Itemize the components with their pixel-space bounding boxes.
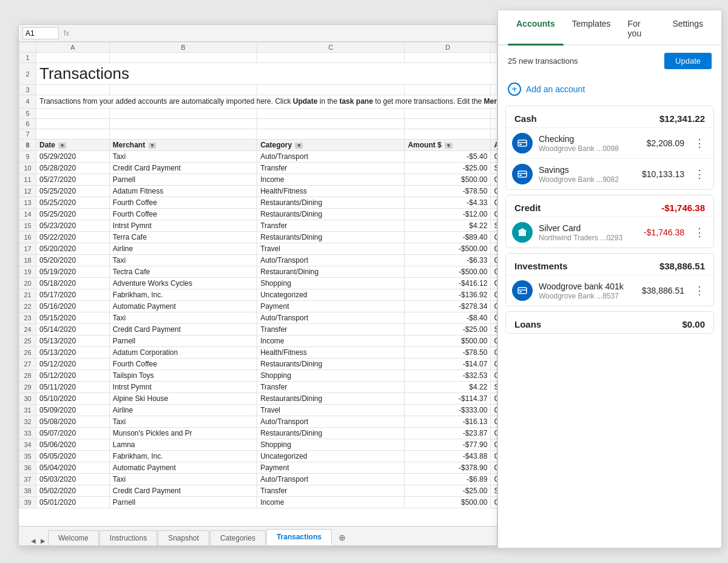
cell-category[interactable]: Restaurants/Dining [257,231,405,243]
tab-settings[interactable]: Settings [664,10,712,44]
tab-accounts[interactable]: Accounts [508,10,564,44]
cell-category[interactable]: Uncategorized [257,450,405,462]
update-button[interactable]: Update [664,53,712,69]
cell-category[interactable]: Auto/Transport [257,254,405,266]
cell-merchant[interactable]: Parnell [109,335,257,346]
tab-transactions[interactable]: Transactions [266,529,332,545]
cell-amount: -$14.07 [405,358,491,369]
cell-merchant[interactable]: Credit Card Payment [109,323,257,335]
cell-category[interactable]: Health/Fitness [257,346,405,358]
cell-category[interactable]: Restaurants/Dining [257,208,405,220]
cell-account-type: Checking [491,150,497,162]
table-row: 1005/28/2020Credit Card PaymentTransfer-… [19,162,497,174]
cell-amount: -$23.87 [405,427,491,439]
cell-category[interactable]: Travel [257,243,405,254]
cell-category[interactable]: Transfer [257,220,405,231]
cell-amount: -$333.00 [405,404,491,416]
cell-category[interactable]: Income [257,335,405,346]
cell-merchant[interactable]: Adatum Corporation [109,346,257,358]
more-options-icon[interactable]: ⋮ [694,169,705,180]
cell-merchant[interactable]: Airline [109,243,257,254]
cell-merchant[interactable]: Alpine Ski House [109,393,257,404]
cell-merchant[interactable]: Intrst Pymnt [109,220,257,231]
cell-merchant[interactable]: Taxi [109,254,257,266]
table-row: 2505/13/2020ParnellIncome$500.00Checking [19,335,497,346]
svg-rect-3 [518,171,527,177]
tab-snapshot[interactable]: Snapshot [158,530,209,545]
cell-merchant[interactable]: Fourth Coffee [109,197,257,208]
cell-category[interactable]: Restaurants/Dining [257,393,405,404]
cell-category[interactable]: Payment [257,462,405,473]
column-header-date[interactable]: Date ▼ [36,139,110,150]
table-row: 3405/06/2020LamnaShopping-$77.90Credit C… [19,439,497,450]
cell-merchant[interactable]: Taxi [109,473,257,485]
cell-merchant[interactable]: Fourth Coffee [109,208,257,220]
cell-category[interactable]: Transfer [257,485,405,496]
cell-category[interactable]: Shopping [257,369,405,381]
cell-category[interactable]: Payment [257,300,405,312]
more-options-icon[interactable]: ⋮ [694,285,705,296]
cell-category[interactable]: Restaurants/Dining [257,358,405,369]
tab-nav-left[interactable]: ◀ [29,536,38,545]
cell-merchant[interactable]: Taxi [109,150,257,162]
account-row: CheckingWoodgrove Bank ...0098$2,208.09⋮ [506,127,713,158]
cell-category[interactable]: Income [257,496,405,508]
cell-category[interactable]: Restaurant/Dining [257,266,405,277]
cell-merchant[interactable]: Adatum Fitness [109,185,257,197]
cell-merchant[interactable]: Tailspin Toys [109,369,257,381]
cell-merchant[interactable]: Fabrikham, Inc. [109,450,257,462]
cell-merchant[interactable]: Lamna [109,439,257,450]
column-header-account-type[interactable]: Account Type ▼ [491,139,497,150]
tab-templates[interactable]: Templates [564,10,619,44]
cell-merchant[interactable]: Fourth Coffee [109,358,257,369]
cell-merchant[interactable]: Tectra Cafe [109,266,257,277]
cell-merchant[interactable]: Automatic Payment [109,300,257,312]
cell-category[interactable]: Health/Fitness [257,185,405,197]
tab-for-you[interactable]: For you [619,10,664,44]
cell-category[interactable]: Transfer [257,381,405,393]
name-box[interactable] [22,27,59,39]
column-header-category[interactable]: Category ▼ [257,139,405,150]
cell-category[interactable]: Travel [257,404,405,416]
cell-merchant[interactable]: Taxi [109,416,257,427]
cell-amount: -$378.90 [405,462,491,473]
cell-category[interactable]: Restaurants/Dining [257,197,405,208]
cell-category[interactable]: Transfer [257,323,405,335]
cell-account-type: Savings [491,323,497,335]
cell-merchant[interactable]: Automatic Payment [109,462,257,473]
cell-category[interactable]: Restaurants/Dining [257,427,405,439]
cell-merchant[interactable]: Airline [109,404,257,416]
tab-nav-right[interactable]: ▶ [38,536,48,545]
cell-merchant[interactable]: Credit Card Payment [109,485,257,496]
tab-categories[interactable]: Categories [210,530,266,545]
cell-category[interactable]: Transfer [257,162,405,174]
cell-merchant[interactable]: Fabrikham, Inc. [109,289,257,300]
cell-date: 05/15/2020 [36,312,110,323]
column-header-amount--[interactable]: Amount $ ▼ [405,139,491,150]
add-account-row[interactable]: + Add an account [498,76,721,106]
column-header-merchant[interactable]: Merchant ▼ [109,139,257,150]
tab-instructions[interactable]: Instructions [99,530,157,545]
cell-category[interactable]: Auto/Transport [257,416,405,427]
cell-category[interactable]: Shopping [257,439,405,450]
cell-category[interactable]: Auto/Transport [257,312,405,323]
cell-category[interactable]: Income [257,174,405,185]
cell-merchant[interactable]: Credit Card Payment [109,162,257,174]
cell-merchant[interactable]: Intrst Pymnt [109,381,257,393]
more-options-icon[interactable]: ⋮ [694,138,705,149]
cell-merchant[interactable]: Parnell [109,174,257,185]
cell-merchant[interactable]: Munson's Pickles and Pr [109,427,257,439]
tab-add-button[interactable]: ⊕ [332,530,352,545]
cell-merchant[interactable]: Parnell [109,496,257,508]
cell-date: 05/01/2020 [36,496,110,508]
cell-category[interactable]: Auto/Transport [257,473,405,485]
tab-welcome[interactable]: Welcome [48,530,99,545]
cell-merchant[interactable]: Taxi [109,312,257,323]
cell-merchant[interactable]: Adventure Works Cycles [109,277,257,289]
cell-category[interactable]: Uncategorized [257,289,405,300]
cell-merchant[interactable]: Terra Cafe [109,231,257,243]
cell-category[interactable]: Auto/Transport [257,150,405,162]
more-options-icon[interactable]: ⋮ [694,227,705,238]
cell-account-type: Checking [491,254,497,266]
cell-category[interactable]: Shopping [257,277,405,289]
